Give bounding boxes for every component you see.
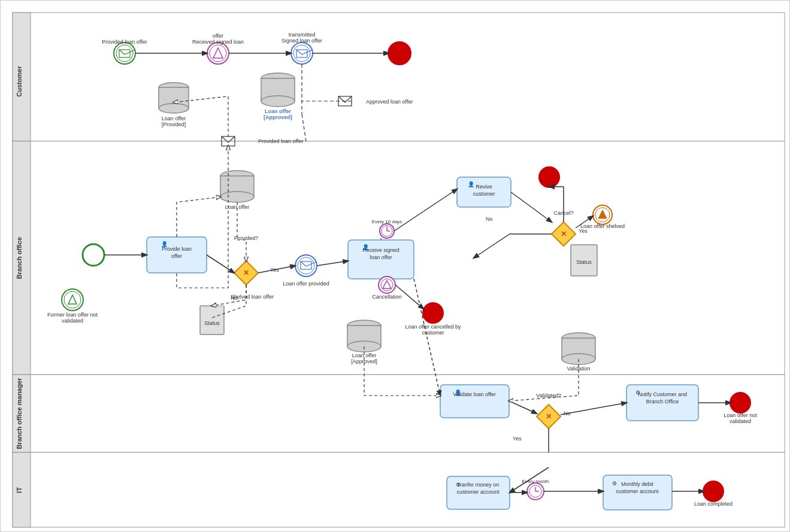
envelope-icon — [119, 50, 130, 57]
label-loan-provided: Loan offer — [162, 115, 186, 121]
msg-provided-loan-v — [222, 136, 235, 142]
svg-rect-7 — [13, 452, 31, 527]
envelope-icon-transmitted — [296, 50, 307, 57]
label-approved-loan: Approved loan offer — [366, 99, 413, 105]
svg-rect-6 — [13, 452, 785, 527]
label-loan-approved-cust: Loan offer — [265, 108, 291, 114]
gw-validated — [537, 405, 561, 428]
label-signed-transmitted: Signed loan offer — [282, 38, 322, 44]
event-received-signed — [207, 42, 229, 64]
label-validate-1: Validate loan offer — [453, 391, 496, 397]
task-debit-icon: ⚙ — [612, 481, 617, 487]
label-debit-1: Monthly debit — [621, 481, 653, 487]
event-former-loan — [62, 289, 83, 311]
task-notify-icon: ⚙ — [635, 390, 640, 396]
svg-rect-2 — [13, 141, 785, 375]
label-loan-branch: Loan offer — [225, 204, 249, 210]
envelope-loan-provided-v — [301, 262, 317, 266]
label-cancel-no: No — [486, 216, 493, 222]
task-validate[interactable] — [440, 385, 509, 418]
label-completed: Loan completed — [694, 501, 733, 507]
arr-provided-receive — [317, 261, 348, 266]
arr-validated-no-notify — [561, 403, 626, 415]
db-loan-provided-bottom — [159, 104, 189, 113]
assoc-loan-provide — [237, 202, 246, 261]
label-notify-2: Branch Office — [646, 399, 679, 405]
lane-label-customer: Customer — [16, 66, 23, 97]
event-timer-10days — [380, 224, 394, 238]
lane-label-manager: Branch office manager — [16, 378, 23, 449]
label-status-2: Status — [576, 259, 592, 265]
label-provided-loan-bottom: Provided loan offer — [258, 138, 303, 144]
event-provided-loan-offer-inner — [116, 45, 133, 62]
label-status-1: Status — [204, 320, 220, 326]
task-receive-signed[interactable] — [348, 240, 414, 279]
arr-yes-transfer — [510, 467, 549, 493]
assoc-shelved-status — [212, 285, 246, 306]
db-loan-approved-cust-top — [261, 73, 295, 84]
label-loan-approved-branch-2: [Approved] — [351, 358, 377, 364]
task-revive[interactable] — [457, 177, 511, 207]
svg-text:loan offer: loan offer — [370, 254, 392, 260]
db-loan-approved-branch-top — [347, 320, 381, 331]
svg-rect-5 — [13, 375, 31, 452]
db-loan-approved-cust-body — [261, 78, 295, 101]
event-loan-shelved — [593, 205, 612, 224]
gw-provided — [234, 261, 258, 285]
label-loan-cancelled-2: customer — [422, 330, 444, 336]
task-transfer[interactable] — [447, 476, 510, 509]
svg-text:[Approved]: [Approved] — [264, 114, 292, 120]
task-validate-icon: 👤 — [455, 389, 462, 396]
event-timer-10days-inner — [382, 226, 392, 236]
svg-rect-1 — [13, 13, 31, 141]
assoc-provide-store — [177, 197, 220, 237]
gw-validated-x: ✕ — [546, 412, 552, 421]
arr-validate-gw — [509, 401, 537, 414]
task-revive-icon: 👤 — [468, 181, 475, 188]
label-loan-shelved: Loan offer shelved — [580, 223, 625, 229]
envelope-v-transmitted — [296, 50, 313, 54]
db-loan-approved-cust-bottom — [261, 96, 295, 107]
event-start-branch — [83, 244, 104, 266]
task-notify[interactable] — [626, 385, 698, 421]
label-loan-provided-msg: Loan offer provided — [283, 281, 329, 287]
label-notify-1: Notify Customer and — [638, 391, 687, 397]
db-loan-branch-bottom — [220, 191, 254, 202]
event-timer-month-inner — [529, 485, 541, 497]
db-loan-branch-body — [220, 176, 254, 197]
event-signed-transmitted — [291, 42, 313, 64]
triangle-icon-received — [213, 48, 223, 58]
label-received-signed: Received signed loan — [192, 39, 244, 45]
svg-text:transmitted: transmitted — [289, 32, 316, 38]
task-provide-loan[interactable] — [147, 237, 207, 273]
db-validation-top — [562, 333, 595, 343]
task-receive-icon: 👤 — [362, 244, 370, 251]
msg-approved-loan-v — [338, 96, 352, 102]
task-monthly-debit[interactable] — [603, 475, 672, 510]
gw-cancel-x: ✕ — [561, 230, 567, 238]
db-loan-approved-branch-bottom — [347, 341, 381, 352]
assoc-gw-no-status — [212, 285, 246, 318]
label-cancel-yes: Yes — [579, 228, 588, 234]
arr-provide-gw — [207, 255, 234, 273]
event-end-customer — [389, 42, 410, 64]
arr-gw-yes — [258, 266, 295, 273]
event-timer-month — [527, 483, 544, 500]
event-end-not-validated — [731, 393, 750, 412]
event-received-signed-inner — [210, 45, 226, 62]
svg-rect-4 — [13, 375, 785, 452]
lane-label-it: IT — [16, 487, 23, 493]
db-loan-approved-branch-body — [347, 326, 381, 346]
arr-cancel-no — [474, 234, 552, 258]
arrows-layer: Customer Branch office Branch office man… — [1, 1, 789, 531]
label-receive-1: Receive signed — [362, 247, 399, 253]
arr-revive-cancel — [511, 192, 552, 222]
label-gw-cancel: Cancel? — [553, 210, 573, 216]
event-former-loan-inner — [64, 291, 81, 308]
doc-status-2 — [571, 245, 597, 276]
event-signed-transmitted-inner — [293, 45, 310, 62]
lane-label-branch: Branch office — [16, 237, 23, 279]
arr-cancel-yes — [576, 216, 593, 228]
assoc-approved-validate — [364, 346, 440, 396]
label-transfer-2: customer account — [456, 489, 500, 495]
